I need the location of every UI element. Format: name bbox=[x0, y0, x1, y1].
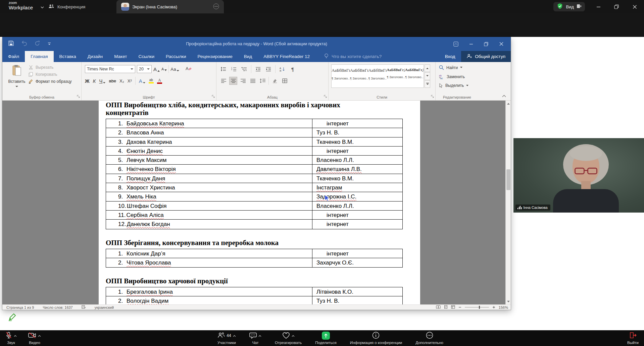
source-cell[interactable]: Туз Н. В. bbox=[312, 128, 402, 137]
annotation-pencil-icon[interactable] bbox=[7, 312, 17, 322]
source-cell[interactable]: інтернет bbox=[312, 119, 402, 128]
source-cell[interactable]: інтернет bbox=[312, 249, 402, 258]
student-name-cell[interactable]: 9.Хмель Ніка bbox=[106, 192, 312, 201]
font-size-combo[interactable]: 20 bbox=[137, 65, 152, 73]
increase-indent-icon[interactable] bbox=[265, 65, 272, 73]
font-color-button[interactable]: А bbox=[157, 78, 162, 84]
zoom-out-icon[interactable] bbox=[458, 305, 461, 309]
bullets-icon[interactable] bbox=[220, 65, 227, 73]
restore-button[interactable] bbox=[612, 2, 621, 11]
zoom-slider[interactable] bbox=[465, 307, 489, 307]
student-name-cell[interactable]: 11.Сербіна Аліса bbox=[106, 211, 312, 219]
scroll-up-icon[interactable] bbox=[506, 101, 511, 106]
close-button[interactable] bbox=[630, 2, 639, 11]
proofing-icon[interactable] bbox=[82, 305, 86, 309]
student-name-cell[interactable]: 6.Нікітченко Вікторія bbox=[106, 165, 312, 173]
student-name-cell[interactable]: 1.Байдовська Катерина bbox=[106, 119, 312, 128]
doc-section-heading[interactable]: ОПП Виробництво харчової продукції bbox=[106, 277, 374, 285]
style-card[interactable]: АаБбВвГгДд¶ Заголово… bbox=[387, 65, 405, 88]
source-cell[interactable]: інтернет bbox=[312, 220, 402, 229]
word-restore-icon[interactable] bbox=[479, 37, 494, 51]
clipboard-dialog-launcher-icon[interactable] bbox=[77, 94, 80, 99]
sign-in-button[interactable]: Вход bbox=[439, 51, 461, 62]
select-button[interactable]: Выделить bbox=[439, 83, 468, 88]
student-name-cell[interactable]: 10.Штефан Софія bbox=[106, 201, 312, 210]
styles-gallery-more-icon[interactable] bbox=[425, 80, 430, 88]
scrollbar-thumb[interactable] bbox=[506, 169, 510, 190]
styles-scroll-down-icon[interactable] bbox=[425, 72, 430, 80]
language-indicator[interactable]: украинский bbox=[95, 305, 114, 309]
student-name-cell[interactable]: 2.Власова Анна bbox=[106, 128, 312, 137]
collapse-ribbon-icon[interactable] bbox=[502, 94, 506, 98]
source-cell[interactable]: інтернет bbox=[312, 211, 402, 219]
word-minimize-icon[interactable] bbox=[463, 37, 479, 51]
audio-options-caret-icon[interactable] bbox=[14, 334, 17, 338]
page-indicator[interactable]: Страница 1 из 9 bbox=[6, 305, 34, 309]
font-name-combo[interactable]: Times New Rc bbox=[85, 65, 135, 73]
tab-more-icon[interactable] bbox=[213, 3, 219, 10]
web-layout-icon[interactable] bbox=[451, 305, 455, 309]
chat-caret-icon[interactable] bbox=[258, 334, 261, 338]
video-options-caret-icon[interactable] bbox=[38, 334, 41, 338]
read-mode-icon[interactable] bbox=[436, 305, 441, 309]
participant-video[interactable]: Інна Сасімова bbox=[513, 138, 644, 213]
student-name-cell[interactable]: 2.Чітова Ярослава bbox=[106, 258, 312, 267]
student-name-cell[interactable]: 8.Хворост Христина bbox=[106, 183, 312, 192]
borders-icon[interactable] bbox=[281, 77, 288, 84]
styles-scroll-up-icon[interactable] bbox=[425, 64, 430, 72]
style-card[interactable]: АаБбВвГгДд¶ Заголово… bbox=[405, 65, 424, 88]
ribbon-tab-вид[interactable]: Вид bbox=[238, 51, 258, 62]
student-name-cell[interactable]: 7.Полищук Даня bbox=[106, 174, 312, 183]
minimize-button[interactable] bbox=[594, 2, 603, 11]
paragraph-dialog-launcher-icon[interactable] bbox=[324, 94, 327, 99]
line-spacing-icon[interactable] bbox=[259, 77, 266, 84]
tab-screen-share[interactable]: Экран (Інна Сасімова) bbox=[116, 0, 224, 13]
source-cell[interactable]: Власенко Л.Л. bbox=[312, 156, 402, 164]
tab-meeting[interactable]: Конференция bbox=[44, 0, 90, 13]
participants-control[interactable]: 44 Участники bbox=[217, 332, 236, 345]
source-cell[interactable]: Ткаченко В.М. bbox=[312, 174, 402, 183]
zoom-in-icon[interactable] bbox=[492, 305, 495, 309]
subscript-button[interactable]: X₂ bbox=[119, 78, 124, 83]
styles-dialog-launcher-icon[interactable] bbox=[431, 94, 434, 99]
font-dialog-launcher-icon[interactable] bbox=[212, 94, 215, 99]
replace-button[interactable]: abac Заменить bbox=[439, 74, 465, 79]
cut-button[interactable]: Вырезать bbox=[29, 65, 72, 70]
show-marks-icon[interactable]: ¶ bbox=[289, 65, 296, 73]
audio-control[interactable]: Звук bbox=[5, 332, 17, 345]
ribbon-tab-главная[interactable]: Главная bbox=[25, 51, 53, 62]
copy-button[interactable]: Копировать bbox=[29, 72, 72, 77]
ribbon-tab-макет[interactable]: Макет bbox=[108, 51, 133, 62]
zoom-slider-thumb[interactable] bbox=[479, 306, 480, 309]
more-control[interactable]: Дополнительно bbox=[415, 332, 443, 345]
student-name-cell[interactable]: 1.Колісник Дар’я bbox=[106, 249, 312, 258]
source-cell[interactable]: Літвінова К.О. bbox=[312, 287, 402, 296]
grow-font-button[interactable]: А bbox=[153, 66, 160, 72]
reactions-control[interactable]: Отреагировать bbox=[275, 332, 302, 345]
numbering-icon[interactable]: 12 bbox=[230, 65, 238, 73]
zoom-level[interactable]: 156% bbox=[499, 305, 508, 309]
view-control[interactable]: Вид bbox=[553, 2, 585, 11]
ribbon-tab-дизайн[interactable]: Дизайн bbox=[82, 51, 108, 62]
source-cell[interactable]: Власенко Л.Л. bbox=[312, 201, 402, 210]
shading-icon[interactable] bbox=[271, 77, 279, 84]
ribbon-display-options-icon[interactable] bbox=[448, 37, 463, 51]
word-count[interactable]: Число слов: 1637 bbox=[43, 305, 72, 309]
participants-caret-icon[interactable] bbox=[233, 334, 236, 338]
student-name-cell[interactable]: 3.Дахова Катерина bbox=[106, 137, 312, 146]
text-effects-button[interactable]: А bbox=[139, 78, 145, 84]
student-name-cell[interactable]: 4.Єнютін Денис bbox=[106, 147, 312, 155]
source-cell[interactable]: Туз Н. В. bbox=[312, 296, 402, 304]
sort-icon[interactable]: АЯ bbox=[279, 65, 286, 73]
student-name-cell[interactable]: 2.Вологдін Вадим bbox=[106, 296, 312, 304]
paste-button[interactable]: Вставить bbox=[6, 65, 27, 89]
ribbon-tab-вставка[interactable]: Вставка bbox=[54, 51, 82, 62]
student-name-cell[interactable]: 12.Данелюк Богдан bbox=[106, 220, 312, 229]
find-button[interactable]: Найти bbox=[439, 65, 462, 70]
underline-button[interactable]: Ч bbox=[99, 78, 105, 84]
student-name-cell[interactable]: 5.Левчук Максим bbox=[106, 156, 312, 164]
format-painter-button[interactable]: Формат по образцу bbox=[29, 79, 72, 84]
reactions-caret-icon[interactable] bbox=[292, 334, 295, 338]
ribbon-tab-abbyy-finereader-12[interactable]: ABBYY FineReader 12 bbox=[258, 51, 315, 62]
document-page[interactable]: ОПП Виробництво хліба, кондитерських, ма… bbox=[99, 101, 420, 304]
